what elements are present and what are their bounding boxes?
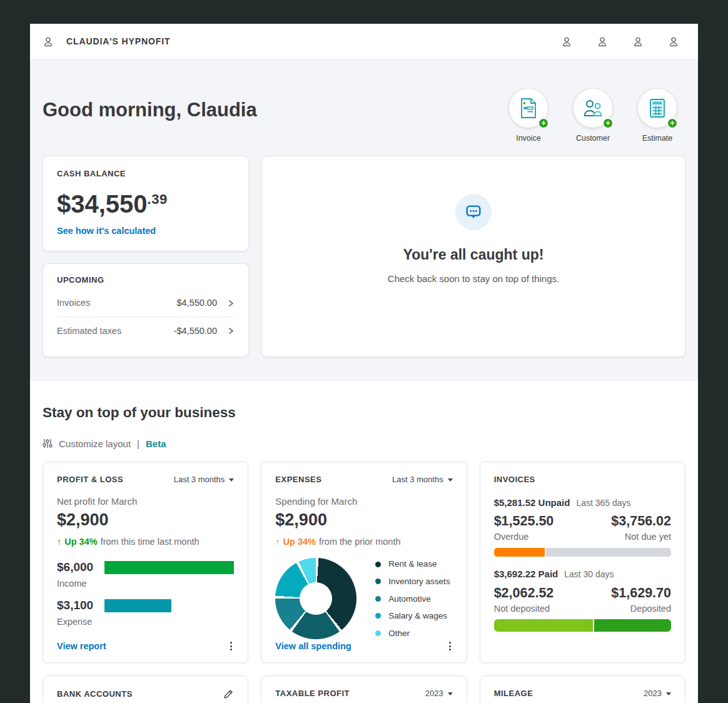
customer-icon [582, 99, 604, 118]
unpaid-amounts: $1,525.50 $3,756.02 [494, 513, 671, 530]
spending-amount: $2,900 [275, 509, 452, 531]
chat-bubble-badge [455, 194, 492, 230]
net-profit-amount: $2,900 [57, 509, 234, 531]
upcoming-invoices-row[interactable]: Invoices $4,550.00 [57, 290, 235, 317]
greeting-title: Good morning, Claudia [43, 98, 257, 123]
user-icon[interactable] [561, 36, 572, 48]
shortcut-label: Estimate [642, 133, 673, 143]
profit-loss-period-dropdown[interactable]: Last 3 months [174, 475, 235, 485]
view-report-link[interactable]: View report [57, 640, 106, 652]
user-icon[interactable] [597, 36, 608, 48]
customize-layout-label: Customize layout [59, 438, 131, 450]
caret-down-icon [448, 692, 453, 695]
business-section: Stay on top of your business Customize l… [30, 403, 698, 703]
cash-balance-amount: $34,550.39 [57, 188, 235, 220]
taxable-profit-title: TAXABLE PROFIT [275, 689, 350, 699]
kebab-menu-icon[interactable] [228, 640, 234, 652]
expense-bar-group: $3,100 Expense [57, 598, 234, 628]
see-how-calculated-link[interactable]: See how it's calculated [57, 225, 156, 237]
legend-dot [375, 579, 381, 584]
user-icon[interactable] [43, 36, 54, 48]
customize-layout-button[interactable]: Customize layout | Beta [43, 438, 685, 450]
invoice-icon [519, 98, 538, 119]
net-profit-subtitle: Net profit for March [57, 495, 234, 508]
spending-subtitle: Spending for March [275, 495, 452, 508]
view-all-spending-link[interactable]: View all spending [275, 640, 351, 652]
chevron-right-icon[interactable] [227, 327, 235, 335]
upcoming-card: UPCOMING Invoices $4,550.00 Estimated ta… [43, 263, 249, 357]
overdue-bar-segment [494, 548, 545, 557]
paid-summary: $3,692.22 Paid Last 30 days [494, 568, 671, 580]
section-title: Stay on top of your business [43, 403, 685, 422]
expenses-donut-chart [275, 558, 356, 639]
invoices-card: INVOICES $5,281.52 Unpaid Last 365 days … [480, 462, 685, 663]
bank-accounts-title: BANK ACCOUNTS [57, 689, 133, 700]
legend-dot [375, 596, 381, 602]
plus-badge-icon: + [667, 118, 678, 129]
top-navigation-bar: CLAUDIA'S HYPNOFIT [30, 24, 698, 60]
chat-bubble-icon [464, 203, 483, 221]
caught-up-title: You're all caught up! [403, 246, 544, 265]
not-deposited-bar-segment [494, 619, 593, 632]
expenses-legend: Rent & lease Inventory assets Automotive… [375, 559, 450, 639]
profit-loss-title: PROFIT & LOSS [57, 475, 123, 485]
company-name: CLAUDIA'S HYPNOFIT [66, 36, 171, 47]
legend-dot [375, 630, 381, 636]
create-estimate-button[interactable]: + Estimate [638, 89, 677, 143]
expenses-period-dropdown[interactable]: Last 3 months [392, 475, 453, 485]
paid-progress-bar [494, 619, 671, 632]
plus-badge-icon: + [538, 118, 549, 129]
chevron-right-icon[interactable] [227, 300, 235, 307]
up-arrow-icon: ↑ [275, 536, 280, 548]
up-arrow-icon: ↑ [57, 536, 61, 548]
cash-balance-title: CASH BALANCE [57, 169, 235, 180]
profit-loss-card: PROFIT & LOSS Last 3 months Net profit f… [43, 462, 248, 663]
income-bar [104, 561, 234, 574]
not-due-bar-segment [546, 548, 671, 557]
caret-down-icon [448, 478, 453, 482]
spending-trend: ↑ Up 34% from the prior month [275, 536, 452, 548]
kebab-menu-icon[interactable] [447, 640, 453, 652]
expenses-card: EXPENSES Last 3 months Spending for Marc… [261, 462, 467, 663]
donut-hole [300, 582, 332, 615]
shortcut-label: Invoice [516, 133, 541, 143]
unpaid-labels: Overdue Not due yet [494, 531, 671, 543]
taxable-profit-card: TAXABLE PROFIT 2023 [261, 675, 467, 703]
legend-dot [375, 562, 381, 567]
plus-badge-icon: + [602, 118, 614, 129]
expense-bar [104, 599, 171, 612]
cash-balance-card: CASH BALANCE $34,550.39 See how it's cal… [43, 156, 249, 251]
caret-down-icon [229, 478, 234, 482]
taxable-profit-year-dropdown[interactable]: 2023 [425, 689, 453, 699]
profit-trend: ↑ Up 34% from this time last month [57, 536, 234, 548]
hero-section: Good morning, Claudia + [30, 60, 698, 381]
mileage-year-dropdown[interactable]: 2023 [644, 689, 671, 699]
invoices-title: INVOICES [494, 475, 535, 485]
create-customer-button[interactable]: + Customer [574, 89, 612, 143]
create-invoice-button[interactable]: + Invoice [509, 89, 548, 143]
estimate-icon [649, 98, 666, 118]
user-icon[interactable] [668, 36, 679, 48]
deposited-bar-segment [594, 619, 671, 632]
pencil-icon[interactable] [223, 689, 234, 700]
shortcut-label: Customer [576, 133, 610, 143]
paid-labels: Not deposited Deposited [494, 603, 671, 615]
upcoming-title: UPCOMING [57, 275, 235, 286]
user-icon[interactable] [632, 36, 644, 48]
mileage-card: MILEAGE 2023 [480, 675, 685, 703]
bank-accounts-card: BANK ACCOUNTS [43, 675, 248, 703]
caret-down-icon [666, 692, 671, 695]
app-window: CLAUDIA'S HYPNOFIT Good morning, Claudia [30, 24, 698, 703]
quick-create-shortcuts: + Invoice + Customer [509, 89, 685, 143]
unpaid-summary: $5,281.52 Unpaid Last 365 days [494, 497, 671, 509]
upcoming-taxes-row[interactable]: Estimated taxes -$4,550.00 [57, 317, 235, 345]
income-bar-group: $6,000 Income [57, 560, 234, 590]
caught-up-subtitle: Check back soon to stay on top of things… [388, 273, 559, 285]
unpaid-progress-bar [494, 548, 671, 557]
beta-badge: Beta [146, 438, 166, 450]
caught-up-card: You're all caught up! Check back soon to… [261, 156, 685, 357]
mileage-title: MILEAGE [494, 689, 533, 699]
legend-dot [375, 613, 381, 619]
paid-amounts: $2,062.52 $1,629.70 [494, 585, 671, 602]
expenses-title: EXPENSES [275, 475, 321, 485]
